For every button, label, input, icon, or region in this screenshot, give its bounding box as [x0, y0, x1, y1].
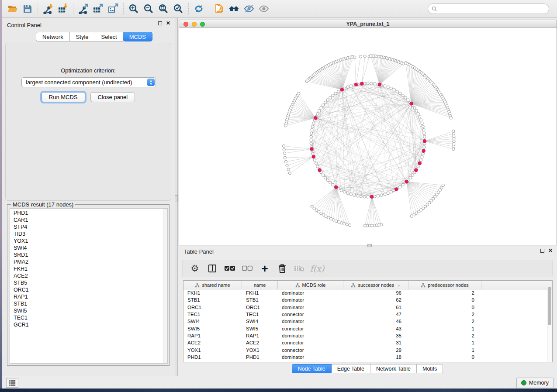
close-panel-button[interactable]: Close panel — [90, 92, 135, 102]
minimize-window-icon[interactable] — [192, 22, 197, 27]
table-cell[interactable]: 1 — [408, 347, 481, 353]
table-cell[interactable]: STB1 — [183, 297, 242, 303]
mcds-result-item[interactable]: ACE2 — [14, 272, 167, 279]
table-cell[interactable]: dominator — [278, 290, 343, 296]
table-cell[interactable]: 2 — [408, 333, 481, 338]
mcds-result-item[interactable]: TID3 — [14, 230, 167, 237]
export-network-button[interactable] — [76, 2, 91, 16]
mcds-result-list[interactable]: PHD1CAR1STP4TID3YOX1SWI4SRD1PMA2FKH1ACE2… — [10, 208, 168, 364]
table-row[interactable]: PHD1PHD1dominator180 — [183, 354, 552, 361]
tab-network-table[interactable]: Network Table — [370, 364, 417, 373]
table-cell[interactable]: 1 — [408, 326, 481, 331]
table-cell[interactable]: YOX1 — [242, 347, 278, 353]
table-cell[interactable]: FKH1 — [183, 290, 242, 296]
close-window-icon[interactable] — [183, 22, 188, 27]
table-cell[interactable]: TEC1 — [242, 312, 278, 317]
table-cell[interactable]: 2 — [408, 312, 481, 317]
column-header-successor-nodes[interactable]: successor nodes⌄ — [343, 281, 408, 289]
mcds-result-item[interactable]: SWI5 — [14, 307, 167, 314]
zoom-in-button[interactable] — [126, 2, 141, 16]
mcds-result-item[interactable]: PHD1 — [14, 210, 167, 217]
table-cell[interactable]: 0 — [408, 354, 481, 360]
hide-selected-button[interactable] — [242, 2, 256, 16]
mcds-result-item[interactable]: PMA2 — [14, 258, 167, 265]
network-window-titlebar[interactable]: YPA_prune.txt_1 — [179, 20, 557, 28]
table-row[interactable]: ACE2ACE2connector311 — [183, 339, 552, 346]
table-row[interactable]: FKH1FKH1dominator962 — [183, 289, 552, 296]
memory-button[interactable]: Memory — [516, 378, 554, 388]
task-history-button[interactable] — [6, 378, 18, 388]
table-cell[interactable]: 96 — [343, 290, 408, 296]
maximize-window-icon[interactable] — [200, 22, 205, 27]
table-row[interactable]: SWI4SWI4dominator462 — [183, 318, 552, 325]
table-cell[interactable]: ORC1 — [242, 305, 278, 310]
table-cell[interactable]: 35 — [343, 333, 408, 338]
tab-style[interactable]: Style — [70, 32, 95, 41]
mcds-result-item[interactable]: STB5 — [14, 279, 167, 286]
mcds-result-item[interactable]: TEC1 — [14, 314, 167, 321]
table-cell[interactable]: ORC1 — [183, 305, 242, 310]
table-cell[interactable]: 46 — [343, 319, 408, 324]
optimization-criterion-select[interactable]: largest connected component (undirected)… — [21, 77, 156, 87]
table-cell[interactable]: SWI4 — [242, 319, 278, 324]
table-row[interactable]: SWI5SWI5connector431 — [183, 325, 552, 332]
tab-motifs[interactable]: Motifs — [417, 364, 443, 373]
table-cell[interactable]: dominator — [278, 354, 343, 360]
table-cell[interactable]: 43 — [343, 326, 408, 331]
table-cell[interactable]: 0 — [408, 305, 481, 310]
float-panel-icon[interactable] — [158, 21, 162, 25]
show-all-button[interactable] — [256, 2, 271, 16]
mcds-result-item[interactable]: SWI4 — [14, 244, 167, 251]
import-table-button[interactable] — [55, 2, 70, 16]
table-scrollbar-thumb[interactable] — [548, 287, 551, 325]
first-neighbors-button[interactable] — [227, 2, 242, 16]
splitter-handle[interactable] — [175, 195, 178, 202]
table-cell[interactable]: connector — [278, 312, 343, 317]
table-row[interactable]: YOX1YOX1connector291 — [183, 346, 552, 353]
table-cell[interactable]: PHD1 — [242, 354, 278, 360]
import-network-button[interactable] — [41, 2, 55, 16]
table-cell[interactable]: YOX1 — [183, 347, 242, 353]
table-cell[interactable]: dominator — [278, 305, 343, 310]
run-mcds-button[interactable]: Run MCDS — [42, 92, 85, 102]
table-cell[interactable]: SWI5 — [242, 326, 278, 331]
table-cell[interactable]: 47 — [343, 312, 408, 317]
table-scrollbar[interactable] — [547, 290, 552, 362]
table-header-row[interactable]: shared namenameMCDS rolesuccessor nodes⌄… — [183, 281, 552, 289]
table-cell[interactable]: 0 — [408, 297, 481, 303]
table-cell[interactable]: RAP1 — [183, 333, 242, 338]
table-cell[interactable]: 18 — [343, 354, 408, 360]
zoom-selected-button[interactable] — [171, 2, 186, 16]
tab-edge-table[interactable]: Edge Table — [332, 364, 370, 373]
deselect-all-button[interactable] — [241, 262, 253, 275]
refresh-layout-button[interactable] — [191, 2, 206, 16]
table-cell[interactable]: connector — [278, 340, 343, 345]
column-header-MCDS-role[interactable]: MCDS role — [278, 281, 343, 289]
table-cell[interactable]: STB1 — [242, 297, 278, 303]
mcds-result-item[interactable]: SRD1 — [14, 251, 167, 258]
node-table[interactable]: shared namenameMCDS rolesuccessor nodes⌄… — [183, 280, 553, 362]
table-cell[interactable]: 62 — [343, 297, 408, 303]
column-header-predecessor-nodes[interactable]: predecessor nodes — [408, 281, 481, 289]
table-cell[interactable]: SWI5 — [183, 326, 242, 331]
table-cell[interactable]: dominator — [278, 297, 343, 303]
mcds-result-item[interactable]: GCR1 — [14, 321, 167, 328]
tab-mcds[interactable]: MCDS — [123, 32, 152, 41]
table-cell[interactable]: FKH1 — [242, 290, 278, 296]
export-table-button[interactable] — [91, 2, 106, 16]
float-table-panel-icon[interactable] — [540, 249, 544, 253]
table-cell[interactable]: 1 — [408, 340, 481, 345]
table-row[interactable]: RAP1RAP1dominator352 — [183, 332, 552, 339]
export-image-button[interactable] — [106, 2, 121, 16]
search-input[interactable] — [439, 6, 540, 12]
mcds-result-item[interactable]: YOX1 — [14, 237, 167, 244]
table-cell[interactable]: 2 — [408, 290, 481, 296]
open-session-button[interactable] — [5, 2, 20, 16]
table-row[interactable]: TEC1TEC1connector472 — [183, 311, 552, 318]
table-cell[interactable]: ACE2 — [242, 340, 278, 345]
table-cell[interactable]: 31 — [343, 340, 408, 345]
table-cell[interactable]: SWI4 — [183, 319, 242, 324]
table-panel-grip[interactable] — [367, 244, 372, 247]
mcds-result-item[interactable]: FKH1 — [14, 265, 167, 272]
table-cell[interactable]: RAP1 — [242, 333, 278, 338]
